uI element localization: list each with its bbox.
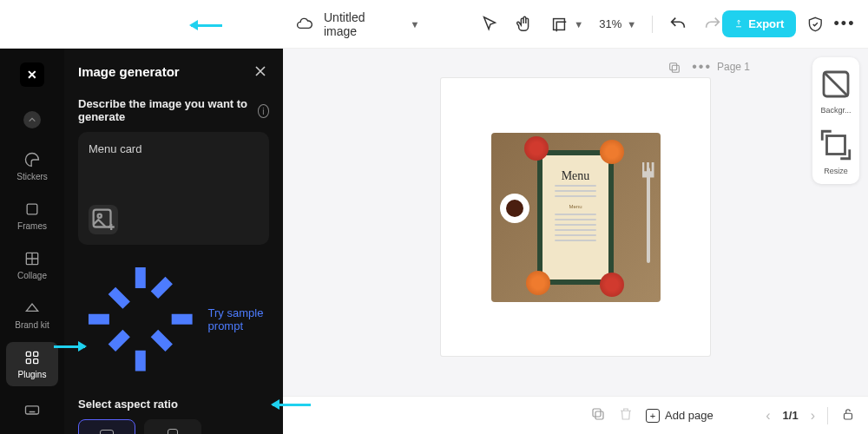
export-button[interactable]: Export [722,10,796,37]
resize-tool[interactable]: Resize [818,127,854,175]
svg-rect-5 [26,359,30,364]
annotation-arrow [191,24,222,27]
sidebar-item-brand-kit[interactable]: Brand kit [6,293,58,337]
svg-rect-14 [595,411,603,419]
sidebar-item-unknown[interactable] [6,104,58,139]
ratio-square[interactable] [78,419,135,434]
svg-rect-15 [593,409,601,417]
cursor-icon[interactable] [480,15,499,34]
try-sample-prompt[interactable]: Try sample prompt [78,257,269,382]
more-icon[interactable]: ••• [835,15,854,34]
left-sidebar: ✕ Stickers Frames Collage Brand kit Plug… [0,49,64,434]
ratio-portrait[interactable] [144,419,201,434]
right-toolbar: Backgr... Resize [812,57,859,184]
svg-point-9 [98,214,102,218]
svg-rect-4 [34,352,38,356]
canvas-page[interactable]: Menu Menu [441,78,710,356]
duplicate-page-icon[interactable] [667,59,681,76]
annotation-arrow [54,345,85,348]
svg-rect-7 [26,406,39,414]
chevron-down-icon[interactable]: ▼ [627,19,636,30]
undo-icon[interactable] [668,15,687,34]
page-more-icon[interactable]: ••• [692,59,712,76]
zoom-level[interactable]: 31% [599,17,621,30]
sidebar-item-frames[interactable]: Frames [6,194,58,238]
svg-rect-16 [845,413,852,419]
chevron-down-icon[interactable]: ▼ [410,19,419,30]
sidebar-item-collage[interactable]: Collage [6,243,58,287]
export-label: Export [748,17,784,30]
svg-rect-0 [554,18,565,30]
svg-rect-1 [27,204,37,214]
sidebar-item-keyboard[interactable] [6,394,58,425]
menu-heading: Menu [562,169,590,183]
canvas-area: Page 1 ••• Menu Menu [283,49,868,396]
hand-icon[interactable] [515,15,534,34]
next-page-icon[interactable]: › [811,408,815,424]
svg-rect-11 [670,63,677,70]
chevron-down-icon[interactable]: ▼ [574,19,583,30]
info-icon[interactable]: i [258,104,269,118]
prompt-input[interactable]: Menu card [78,132,269,245]
app-logo[interactable]: ✕ [20,62,44,87]
fork [647,168,650,263]
page-label: Page 1 [717,61,750,73]
generated-image[interactable]: Menu Menu [491,133,661,302]
annotation-arrow [273,404,311,406]
trash-icon[interactable] [618,406,634,425]
layers-icon[interactable] [590,406,606,425]
document-title[interactable]: Untitled image [324,10,398,38]
background-tool[interactable]: Backgr... [818,66,854,115]
add-page-button[interactable]: + Add page [646,409,713,423]
svg-rect-3 [26,352,30,356]
svg-rect-13 [827,136,845,155]
main-area: Page 1 ••• Menu Menu [283,49,868,434]
shield-icon[interactable] [806,15,825,34]
image-generator-panel: Image generator Describe the image you w… [64,49,283,434]
crop-icon[interactable] [549,15,569,34]
close-icon[interactable] [252,62,269,80]
describe-label: Describe the image you want to generate [78,97,258,123]
svg-rect-10 [673,65,680,72]
svg-rect-6 [34,359,38,364]
aspect-ratio-label: Select aspect ratio [78,398,269,411]
bottom-bar: + Add page ‹ 1/1 › [283,396,868,434]
prev-page-icon[interactable]: ‹ [766,408,770,424]
prompt-text: Menu card [89,142,259,189]
panel-title: Image generator [78,64,180,79]
redo-icon[interactable] [703,15,722,34]
coffee-cup [500,194,529,223]
divider [652,16,653,33]
divider [827,407,828,424]
image-upload-icon[interactable] [89,205,118,234]
sidebar-item-stickers[interactable]: Stickers [6,144,58,188]
page-count: 1/1 [783,409,799,422]
top-toolbar: Untitled image ▼ ▼ 31% ▼ Export ••• [0,0,868,49]
cloud-icon[interactable] [295,15,313,34]
lock-icon[interactable] [840,406,856,424]
sidebar-item-plugins[interactable]: Plugins [6,342,58,386]
